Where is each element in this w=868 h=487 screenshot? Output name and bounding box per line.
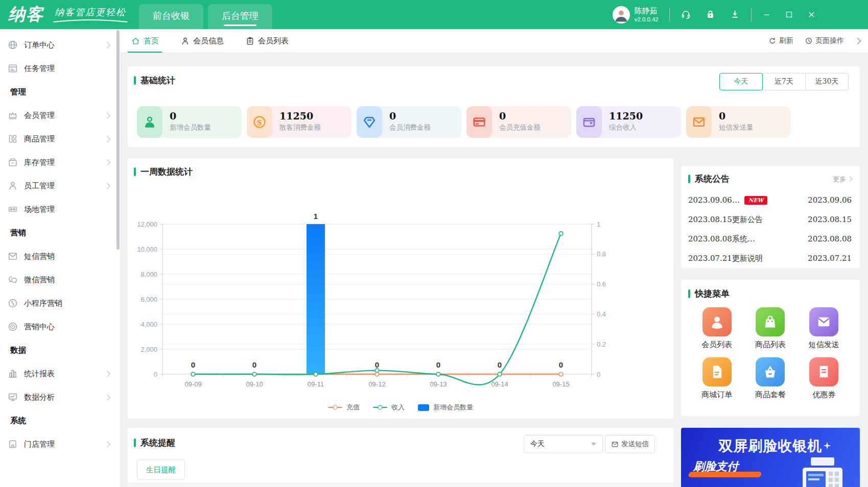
weekly-chart-title: 一周数据统计 (140, 166, 193, 178)
legend-item[interactable]: 收入 (373, 403, 405, 412)
sidebar-item-store-management[interactable]: 门店管理 (0, 432, 120, 456)
quick-menu-label: 优惠券 (812, 390, 835, 400)
birthday-reminder-tab[interactable]: 生日提醒 (137, 459, 185, 480)
svg-text:0: 0 (559, 360, 563, 369)
announcement-title: 2023.07.21更新说明 (688, 254, 763, 263)
announcement-title: 2023.09.06…NEW (688, 196, 767, 205)
stat-value: 0 (719, 110, 754, 122)
nav-tab-front-cashier[interactable]: 前台收银 (139, 4, 203, 29)
sidebar-item-order-center[interactable]: 订单中心 (0, 33, 120, 57)
quick-menu-card: 快捷菜单 会员列表 商品列表 短信发送 商城订单 商品套餐 优惠券 (681, 280, 860, 416)
announcement-row[interactable]: 2023.08.08系统… 2023.08.08 (688, 229, 852, 249)
announcements-title: 系统公告 (695, 173, 730, 185)
tab-member-info[interactable]: 会员信息 (180, 29, 224, 53)
quick-menu-mall-order[interactable]: 商城订单 (701, 357, 732, 400)
reminder-filter-value: 今天 (530, 440, 545, 449)
legend-item[interactable]: 新增会员数量 (418, 403, 473, 412)
quick-menu-goods-list[interactable]: 商品列表 (755, 307, 786, 350)
range-last-30-days-button[interactable]: 近30天 (805, 73, 849, 90)
chevron-right-icon (104, 112, 110, 119)
sidebar-item-staff-management[interactable]: 员工管理 (0, 174, 120, 198)
support-icon[interactable] (681, 9, 691, 20)
q-doc-icon (702, 357, 732, 386)
stat-card-member-spend[interactable]: 0 会员消费金额 (357, 106, 461, 138)
refresh-button[interactable]: 刷新 (768, 36, 793, 45)
sidebar-item-label: 短信营销 (24, 252, 55, 261)
sidebar-item-marketing-center[interactable]: 营销中心 (0, 315, 120, 338)
send-sms-button[interactable]: 发送短信 (605, 435, 655, 453)
sidebar-item-data-analysis[interactable]: 数据分析 (0, 385, 120, 409)
sidebar-scrollbar[interactable] (116, 30, 120, 250)
quick-menu-member-list[interactable]: 会员列表 (701, 307, 732, 350)
titlebar-divider (669, 8, 670, 21)
stat-card-sms-sent[interactable]: 0 短信发送量 (686, 106, 791, 138)
sidebar-item-sms-marketing[interactable]: 短信营销 (0, 245, 120, 268)
quick-menu-sms-send[interactable]: 短信发送 (809, 307, 839, 350)
tabbar-expand-chevron-icon[interactable] (854, 38, 861, 44)
sidebar-item-label: 库存管理 (24, 158, 55, 167)
chevron-right-icon (848, 177, 853, 182)
announcements-list: 2023.09.06…NEW 2023.09.06 2023.08.15更新公告… (688, 190, 852, 268)
promo-banner[interactable]: 双屏刷脸收银机 刷脸支付 (681, 428, 860, 487)
store-icon (7, 439, 18, 450)
stat-value: 11250 (609, 110, 643, 122)
announcements-more-link[interactable]: 更多 (833, 175, 852, 184)
reminder-filter-select[interactable]: 今天 (524, 435, 603, 453)
sidebar-item-statistics-report[interactable]: 统计报表 (0, 362, 120, 385)
sidebar-item-label: 统计报表 (24, 369, 55, 379)
tagline-underline-swoosh (52, 18, 129, 23)
section-accent-bar (134, 167, 136, 176)
announcement-row[interactable]: 2023.09.06…NEW 2023.09.06 (688, 190, 852, 210)
q-coupon-icon (809, 357, 838, 386)
range-today-button[interactable]: 今天 (719, 73, 763, 90)
stat-value: 0 (499, 110, 541, 122)
user-meta: 陈静茹 v2.0.0.42 (635, 6, 659, 23)
sidebar-item-member-management[interactable]: 会员管理 (0, 104, 120, 127)
sidebar-item-venue-management[interactable]: 场地管理 (0, 198, 120, 221)
stat-label: 会员消费金额 (389, 123, 431, 132)
sidebar-item-task-management[interactable]: 任务管理 (0, 57, 120, 80)
sidebar-item-inventory-management[interactable]: 库存管理 (0, 151, 120, 174)
quick-menu-grid: 会员列表 商品列表 短信发送 商城订单 商品套餐 优惠券 (690, 307, 851, 400)
stat-card-total-income[interactable]: 11250 综合收入 (576, 106, 681, 138)
announcement-row[interactable]: 2023.07.21更新说明 2023.07.21 (688, 249, 852, 268)
weekly-chart: 02,0004,0006,0008,00010,00012,00000.20.4… (129, 194, 640, 398)
legend-label: 新增会员数量 (433, 403, 473, 412)
staff-icon (7, 180, 18, 191)
sidebar-item-miniapp-marketing[interactable]: 小程序营销 (0, 291, 120, 315)
sidebar-item-product-management[interactable]: 商品管理 (0, 127, 120, 151)
download-icon[interactable] (730, 9, 740, 20)
legend-item[interactable]: 充值 (328, 403, 360, 412)
maximize-button[interactable] (785, 10, 793, 19)
close-button[interactable] (807, 10, 816, 19)
brand-tagline-text: 纳客管店更轻松 (55, 6, 126, 18)
lock-icon[interactable] (705, 9, 716, 20)
tab-home[interactable]: 首页 (131, 29, 159, 53)
q-member-icon (702, 307, 732, 336)
svg-text:0.2: 0.2 (597, 340, 606, 348)
page-ops-label: 页面操作 (815, 36, 844, 45)
stat-card-walkin-spend[interactable]: $ 11250 散客消费金额 (247, 106, 351, 138)
tab-member-list[interactable]: 会员列表 (245, 29, 289, 53)
app-logo: 纳客 (8, 3, 44, 26)
quick-menu-goods-package[interactable]: 商品套餐 (755, 357, 786, 400)
range-last-7-days-button[interactable]: 近7天 (762, 73, 806, 90)
chart-legend: 充值收入新增会员数量 (128, 403, 673, 412)
banner-subtitle: 刷脸支付 (693, 459, 738, 474)
avatar[interactable] (613, 6, 630, 23)
target-icon (7, 321, 18, 332)
page-ops-button[interactable]: 页面操作 (805, 36, 844, 45)
nav-tab-backend-admin[interactable]: 后台管理 (208, 4, 272, 29)
svg-text:12,000: 12,000 (137, 221, 157, 228)
quick-menu-coupon[interactable]: 优惠券 (809, 357, 838, 400)
brand-tagline: 纳客管店更轻松 (52, 6, 129, 23)
minimize-button[interactable] (762, 10, 771, 19)
announcement-row[interactable]: 2023.08.15更新公告 2023.08.15 (688, 210, 852, 229)
sidebar-item-label: 订单中心 (24, 40, 55, 50)
sidebar-item-wechat-marketing[interactable]: 微信营销 (0, 268, 120, 291)
stat-card-new-members[interactable]: 0 新增会员数量 (137, 106, 242, 138)
announcements-header: 系统公告 更多 (688, 173, 852, 185)
stat-card-member-recharge[interactable]: 0 会员充值金额 (466, 106, 571, 138)
chevron-right-icon (104, 371, 110, 377)
sidebar-section-data: 数据 (0, 338, 120, 362)
